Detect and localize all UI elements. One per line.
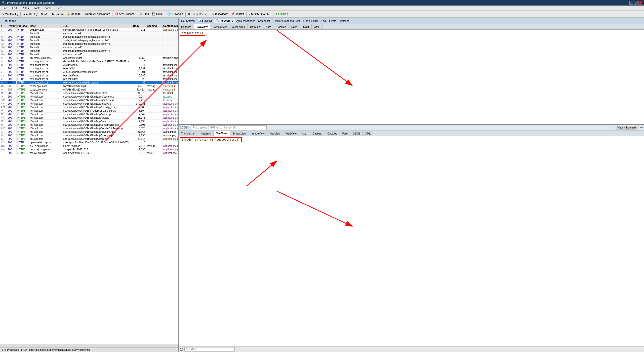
- resp-textview-tab[interactable]: TextView: [214, 131, 230, 136]
- textwizard-btn[interactable]: ✎ TextWizard: [210, 12, 229, 16]
- table-row[interactable]: 128 200 HTTPS qndxxej.zhugea.com /zhuge/…: [0, 148, 178, 151]
- table-body[interactable]: 22 200 HTTP 203.197.1.65 /s64566/j6s?pla…: [0, 28, 178, 343]
- replay-btn[interactable]: ◄► Replay: [22, 12, 39, 16]
- resp-json-tab[interactable]: JSON: [350, 131, 363, 136]
- resp-auth-tab[interactable]: Auth: [299, 131, 310, 136]
- table-row[interactable]: 225 200 HTTP Tunnel to firebase.remoteco…: [0, 42, 178, 46]
- req-textview-tab[interactable]: TextView: [194, 24, 211, 29]
- resp-cookies-tab[interactable]: Cookies: [325, 131, 340, 136]
- req-headers-tab[interactable]: Headers: [179, 24, 194, 29]
- table-row[interactable]: 121 206 HTTPS dxxsv.cyol.com /6y/e/1m/1k…: [0, 84, 178, 88]
- find-btn[interactable]: 🔍 Find: [138, 12, 150, 16]
- table-row[interactable]: 43 200 HTTP dxx.hngot.org.cn /e/study/in…: [0, 63, 178, 67]
- timeline-tab[interactable]: Timeline: [338, 19, 351, 23]
- req-hexview-tab[interactable]: HexView: [248, 24, 263, 29]
- req-webforms-tab[interactable]: WebForms: [229, 24, 248, 29]
- resp-imageview-tab[interactable]: ImageView: [249, 131, 267, 136]
- resp-hexview-tab[interactable]: HexView: [267, 131, 283, 136]
- table-row[interactable]: 4 86 200 HTTPS h5.cyol.com /special/daxu…: [0, 127, 178, 130]
- table-row[interactable]: 54 200 HTTP dxx.hngot.org.cn /project/in…: [0, 77, 178, 81]
- log-tab[interactable]: Log: [320, 19, 328, 23]
- fiddlerscript-tab[interactable]: FiddlerScript: [302, 19, 320, 23]
- col-header-content-type[interactable]: Content-Type: [163, 24, 178, 28]
- stream-btn[interactable]: ▶ Stream: [51, 12, 65, 16]
- col-header-caching[interactable]: Caching: [146, 24, 163, 28]
- table-row[interactable]: 124 200 HTTPS h5.cyol.com /special/daxue…: [0, 137, 178, 141]
- maximize-btn[interactable]: □: [634, 1, 637, 5]
- resp-headers-tab[interactable]: Headers: [198, 131, 214, 136]
- table-row[interactable]: 22 200 HTTP 203.197.1.65 /s64566/j6s?pla…: [0, 28, 178, 32]
- table-row[interactable]: 8 200 HTTP dxx.hngot.org.cn /e/nexe/list…: [0, 67, 178, 70]
- col-header-protocol[interactable]: Protocol: [17, 24, 29, 28]
- msdn-search-btn[interactable]: ? MSDN Search...: [248, 12, 272, 16]
- table-row[interactable]: 155 200 HTTP open.weixin.qq.com /sdk/rep…: [0, 141, 178, 144]
- table-row[interactable]: 326 200 HTTP Tunnel to lastpass.com:443: [0, 46, 178, 49]
- resp-caching-tab[interactable]: Caching: [310, 131, 325, 136]
- autoresponder-tab-right[interactable]: AutoResponder: [235, 19, 256, 23]
- winconfig-btn[interactable]: ⚙ WinConfig: [1, 12, 19, 16]
- online-btn[interactable]: ● Online ▾: [274, 12, 290, 16]
- menu-view[interactable]: View: [45, 7, 53, 10]
- table-row[interactable]: Tunnel to lastpass.com:443: [0, 32, 178, 35]
- browse-btn[interactable]: 🌐 Browse ▾: [166, 12, 184, 16]
- table-row[interactable]: 91 200 HTTPS h5.cyol.com /special/daxuex…: [0, 134, 178, 137]
- menu-edit[interactable]: Edit: [11, 7, 18, 10]
- table-row[interactable]: 4 80 200 HTTPS h5.cyol.com /special/daxu…: [0, 116, 178, 120]
- statistics-tab-right[interactable]: 📊 Statistics: [196, 19, 214, 23]
- table-row[interactable]: 220 200 HTTP Tunnel to lastpass.com:443: [0, 53, 178, 56]
- get-started-tab-right[interactable]: Get Started: [180, 19, 196, 23]
- minimize-btn[interactable]: −: [629, 1, 633, 5]
- table-row[interactable]: 14 200 HTTP dxx.hngot.org.cn /dispatch?t…: [0, 60, 178, 63]
- save-btn[interactable]: 💾 Save: [151, 12, 164, 16]
- col-header-host[interactable]: Host: [29, 24, 62, 28]
- table-row[interactable]: 92 200 HTTPS h5.cyol.com /special/daxuex…: [0, 120, 178, 123]
- any-process-btn[interactable]: 🎯 Any Process: [113, 12, 136, 16]
- col-header-url[interactable]: URL: [62, 24, 132, 28]
- table-row[interactable]: 327 200 HTTP Tunnel to firebase.remoteco…: [0, 49, 178, 53]
- table-row[interactable]: 34 200 HTTP api.lvo06.vlmc.sec... /api/c…: [0, 56, 178, 60]
- go-btn[interactable]: ✕ Go: [39, 12, 49, 16]
- menu-tools[interactable]: Tools: [33, 7, 42, 10]
- req-json-tab[interactable]: JSON: [299, 24, 312, 29]
- table-row[interactable]: 200 HTTPS res.wx.qq.com /open/js/jweixin…: [0, 151, 178, 155]
- table-row[interactable]: 9 200 HTTP dxx.hngot.org.cn /e/X3eSuppor…: [0, 70, 178, 74]
- resp-raw-tab[interactable]: Raw: [340, 131, 350, 136]
- col-header-result[interactable]: Result: [7, 24, 17, 28]
- table-row[interactable]: 57 200 HTTP dxx.hngot.org.cn /e/history/…: [0, 81, 178, 84]
- close-btn[interactable]: ×: [638, 1, 642, 5]
- table-row[interactable]: 85 200 HTTPS h5.cyol.com /special/daxuex…: [0, 123, 178, 127]
- table-row[interactable]: 124 200 HTTP Tunnel to crashlyticsreport…: [0, 39, 178, 42]
- find-input[interactable]: [191, 125, 267, 130]
- table-row[interactable]: 71 200 HTTPS h5.cyol.com /special/daxuex…: [0, 92, 178, 95]
- expand-icon[interactable]: ⋯: [640, 126, 643, 129]
- decode-btn[interactable]: 🔓 Decode: [65, 12, 82, 16]
- menu-file[interactable]: File: [2, 7, 8, 10]
- table-row[interactable]: 79 200 HTTPS h5.cyol.com /special/daxuex…: [0, 113, 178, 116]
- resp-xml-tab[interactable]: XML: [363, 131, 374, 136]
- table-row[interactable]: 323 200 HTTP Tunnel to firebase.remoteco…: [0, 35, 178, 39]
- get-started-tab[interactable]: Get Started: [1, 19, 18, 23]
- req-xml-tab[interactable]: XML: [312, 24, 323, 29]
- tearoff-btn[interactable]: 📌 Tearoff: [230, 12, 245, 16]
- filters-tab[interactable]: Filters: [328, 19, 338, 23]
- col-header-id[interactable]: #: [0, 24, 7, 28]
- req-raw-tab[interactable]: Raw: [289, 24, 299, 29]
- inspectors-tab-right[interactable]: 🔍 Inspectors: [214, 19, 235, 23]
- table-row[interactable]: 4 89 200 HTTPS h5.cyol.com /special/daxu…: [0, 102, 178, 106]
- quickfind-input[interactable]: [184, 347, 235, 351]
- table-row[interactable]: 112 200 HTTPS p.v1n.snsven.cn /jkd=m?js/…: [0, 144, 178, 148]
- menu-help[interactable]: Help: [55, 7, 63, 10]
- fiddler-orchestra-tab[interactable]: Fiddler Orchestra Beta: [272, 19, 302, 23]
- view-in-notepad-btn[interactable]: View in Notepad: [616, 126, 637, 129]
- table-row[interactable]: 361 206 HTTPS dxxsv.cyol.com /6y/e/1m/5k…: [0, 88, 178, 92]
- table-row[interactable]: m68 200 HTTPS h5.cyol.com /special/daxue…: [0, 99, 178, 102]
- resp-syntaxview-tab[interactable]: SyntaxView: [230, 131, 249, 136]
- composer-tab-right[interactable]: Composer: [257, 19, 272, 23]
- req-cookies-tab[interactable]: Cookies: [274, 24, 289, 29]
- req-auth-tab[interactable]: Auth: [263, 24, 274, 29]
- table-row[interactable]: m161 200 HTTPS h5.cyol.com /special/daxu…: [0, 95, 178, 99]
- clear-cache-btn[interactable]: 🗑 Clear Cache: [187, 12, 208, 16]
- table-row[interactable]: 4 50 200 HTTP dxx.hngot.org.cn /e/projec…: [0, 74, 178, 77]
- resp-webview-tab[interactable]: WebView: [283, 131, 299, 136]
- table-row[interactable]: 4 77 200 HTTPS h5.cyol.com /special/daxu…: [0, 106, 178, 109]
